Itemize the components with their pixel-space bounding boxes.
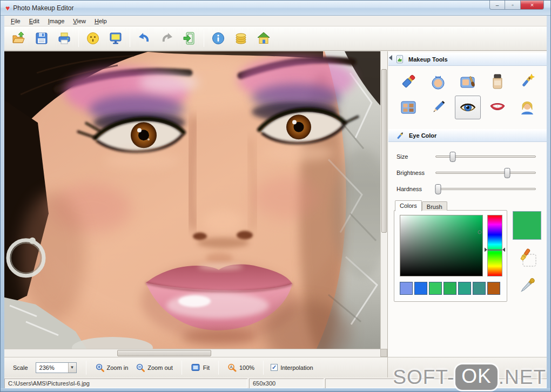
undo-button[interactable] (133, 28, 156, 49)
tool-pencil-button[interactable] (425, 96, 451, 119)
menu-help[interactable]: Help (90, 17, 111, 25)
zoombar-separator (182, 361, 182, 375)
zoom-in-button[interactable]: Zoom in (91, 361, 132, 374)
photo-canvas[interactable] (4, 51, 380, 349)
size-slider[interactable] (435, 156, 536, 158)
zoom-100-button[interactable]: A 100% (224, 361, 258, 374)
minimize-button[interactable]: – (489, 1, 505, 10)
swatch-7[interactable] (487, 282, 500, 295)
scrollbar-corner (380, 349, 387, 357)
hardness-slider[interactable] (435, 188, 536, 190)
zoom-in-label: Zoom in (107, 364, 129, 371)
foundation-jar-icon (488, 72, 507, 91)
maximize-icon: ▫ (512, 2, 514, 8)
tool-powder-button[interactable] (425, 70, 451, 93)
current-color-swatch (513, 211, 541, 240)
saturation-value-picker[interactable] (400, 215, 483, 276)
home-button[interactable] (252, 28, 275, 49)
sv-marker[interactable] (478, 231, 482, 234)
vertical-scrollbar-thumb[interactable] (381, 69, 387, 233)
watermark-prefix: SOFT- (393, 366, 454, 389)
print-icon (57, 31, 72, 46)
panel-collapse-arrow[interactable] (389, 55, 392, 60)
coins-button[interactable] (230, 28, 252, 49)
apply-page-icon (182, 31, 197, 46)
tab-colors[interactable]: Colors (395, 200, 422, 211)
color-picker-panel (394, 210, 507, 302)
brightness-label: Brightness (397, 170, 435, 176)
zoombar-separator (218, 361, 219, 375)
horizontal-scrollbar-thumb[interactable] (117, 350, 211, 356)
print-button[interactable] (53, 28, 76, 49)
menu-image[interactable]: Image (44, 17, 69, 25)
tool-lipstick-button[interactable] (395, 70, 421, 93)
tool-hair-color-button[interactable] (514, 96, 540, 119)
swatch-5[interactable] (458, 282, 471, 295)
magic-brush-icon (518, 72, 536, 91)
save-button[interactable] (30, 28, 53, 49)
tool-foundation-button[interactable] (485, 70, 510, 93)
tool-blush-button[interactable] (455, 70, 481, 93)
hue-bar[interactable] (487, 215, 502, 276)
tools-row-2 (388, 96, 548, 119)
swatch-4[interactable] (444, 282, 456, 295)
window-title: Photo Makeup Editor (13, 4, 73, 12)
size-slider-thumb[interactable] (450, 152, 456, 162)
monitor-button[interactable] (104, 28, 127, 49)
swatch-6[interactable] (473, 282, 486, 295)
swatch-2[interactable] (414, 282, 427, 295)
info-icon (211, 31, 226, 46)
zoom-out-button[interactable]: Zoom out (132, 361, 176, 374)
maximize-button[interactable]: ▫ (505, 1, 521, 10)
open-button[interactable] (8, 28, 30, 49)
combo-dropdown-arrow[interactable]: ▼ (68, 363, 76, 373)
menu-view[interactable]: View (69, 17, 90, 25)
apply-color-button[interactable] (515, 247, 538, 271)
window-controls: – ▫ × (489, 1, 544, 10)
brightness-slider-thumb[interactable] (505, 168, 510, 178)
tool-eye-color-button[interactable] (455, 96, 481, 119)
check-icon: ✓ (272, 364, 277, 370)
checkbox-box[interactable]: ✓ (271, 364, 278, 371)
scale-combobox[interactable]: 236% ▼ (36, 362, 77, 373)
eye-icon (459, 98, 477, 117)
zoom-100-label: 100% (239, 364, 254, 371)
redo-arrow-icon (159, 31, 174, 46)
hardness-slider-thumb[interactable] (435, 184, 441, 194)
makeup-tools-title: Makeup Tools (408, 56, 448, 63)
paint-brush-icon (515, 247, 538, 269)
scale-label: Scale (13, 364, 28, 371)
swatch-3[interactable] (429, 282, 442, 295)
zoom-out-label: Zoom out (147, 364, 172, 371)
tool-teeth-whitening-button[interactable] (485, 96, 510, 119)
menu-edit[interactable]: Edit (25, 17, 44, 25)
menu-file[interactable]: File (6, 17, 25, 25)
tab-brush[interactable]: Brush (422, 201, 447, 211)
horizontal-scrollbar[interactable] (4, 349, 380, 357)
eyedropper-button[interactable] (516, 275, 538, 298)
color-tabs: Colors Brush (395, 199, 447, 211)
smiley-button[interactable] (82, 28, 104, 49)
brightness-slider[interactable] (435, 172, 536, 174)
tool-retouch-button[interactable] (514, 70, 540, 93)
eye-color-title: Eye Color (409, 132, 436, 139)
hardness-label: Hardness (397, 186, 435, 192)
close-button[interactable]: × (521, 1, 544, 10)
apply-export-button[interactable] (178, 28, 201, 49)
hue-marker[interactable] (488, 249, 502, 251)
smile-teeth-icon (488, 98, 507, 117)
redo-button[interactable] (156, 28, 178, 49)
title-bar[interactable]: ♥ Photo Makeup Editor – ▫ × (1, 1, 550, 16)
tool-eyeshadow-button[interactable] (395, 96, 421, 119)
info-button[interactable] (207, 28, 230, 49)
swatch-1[interactable] (400, 282, 413, 295)
zoombar-separator (263, 361, 264, 375)
app-heart-icon: ♥ (5, 4, 10, 12)
close-icon: × (530, 2, 534, 8)
toolbar-separator (204, 30, 204, 47)
fit-button[interactable]: Fit (187, 361, 213, 374)
app-window: ♥ Photo Makeup Editor – ▫ × File Edit Im… (0, 0, 551, 392)
interpolation-checkbox[interactable]: ✓ Interpolation (271, 364, 313, 371)
vertical-scrollbar[interactable] (380, 51, 387, 349)
toolbar-separator (78, 30, 79, 47)
